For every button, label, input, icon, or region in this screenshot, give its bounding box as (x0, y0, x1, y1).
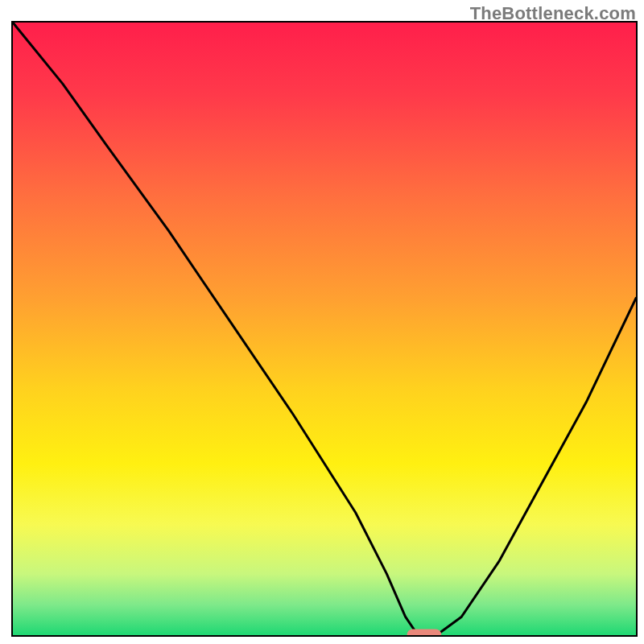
plot-area (13, 23, 636, 642)
watermark-text: TheBottleneck.com (470, 3, 636, 24)
chart-stage: TheBottleneck.com (0, 0, 644, 644)
chart-svg (0, 0, 644, 644)
gradient-background (13, 23, 636, 635)
